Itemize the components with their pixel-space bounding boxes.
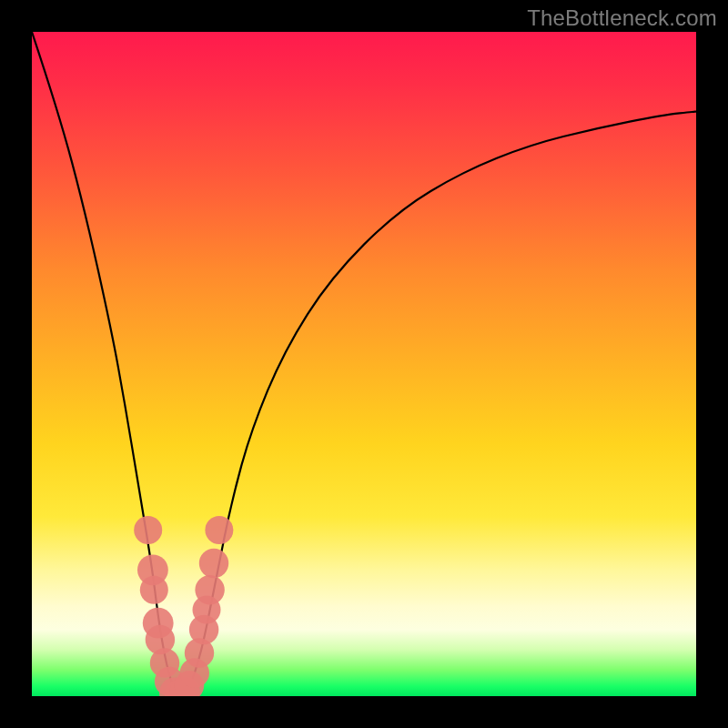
watermark-label: TheBottleneck.com: [527, 5, 717, 31]
curve-marker: [140, 576, 168, 604]
curve-marker: [195, 575, 224, 604]
curve-marker: [199, 549, 228, 578]
marker-group: [134, 516, 233, 696]
curve-marker: [134, 516, 162, 544]
bottleneck-curve-path: [32, 32, 696, 695]
curve-marker: [205, 516, 233, 544]
chart-svg: [32, 32, 696, 696]
chart-frame: TheBottleneck.com: [0, 0, 728, 728]
plot-area: [32, 32, 696, 696]
